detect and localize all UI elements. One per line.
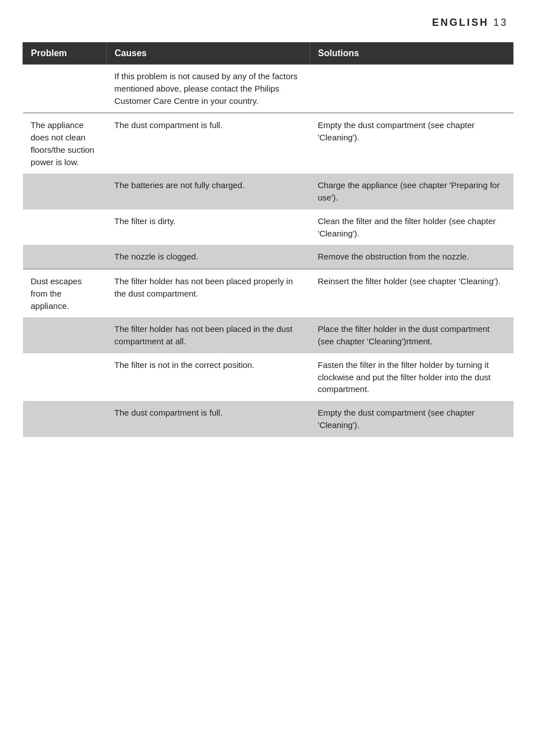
cell-causes: The filter holder has not been placed in… (107, 317, 310, 353)
cell-causes: If this problem is not caused by any of … (107, 65, 310, 113)
cell-causes: The filter is not in the correct positio… (107, 353, 310, 401)
cell-problem (23, 317, 107, 353)
cell-causes: The batteries are not fully charged. (107, 174, 310, 210)
cell-solutions: Place the filter holder in the dust comp… (310, 317, 514, 353)
table-row: The filter is dirty.Clean the filter and… (23, 210, 514, 245)
table-row: The filter is not in the correct positio… (23, 353, 514, 401)
table-row: The nozzle is clogged.Remove the obstruc… (23, 245, 514, 269)
cell-problem (23, 174, 107, 210)
cell-problem (23, 353, 107, 401)
col-header-problem: Problem (23, 43, 107, 65)
cell-solutions: Clean the filter and the filter holder (… (310, 210, 514, 245)
cell-problem (23, 245, 107, 269)
cell-causes: The nozzle is clogged. (107, 245, 310, 269)
table-row: The appliance does not clean floors/the … (23, 113, 514, 174)
cell-problem: Dust escapes from the appliance. (23, 269, 107, 317)
page-number: 13 (493, 17, 508, 28)
cell-solutions: Charge the appliance (see chapter 'Prepa… (310, 174, 514, 210)
table-row: Dust escapes from the appliance.The filt… (23, 269, 514, 317)
table-row: The dust compartment is full.Empty the d… (23, 401, 514, 437)
cell-problem (23, 401, 107, 437)
cell-causes: The filter is dirty. (107, 210, 310, 245)
table-row: If this problem is not caused by any of … (23, 65, 514, 113)
cell-solutions: Reinsert the filter holder (see chapter … (310, 269, 514, 317)
cell-problem (23, 210, 107, 245)
cell-problem (23, 65, 107, 113)
cell-causes: The dust compartment is full. (107, 401, 310, 437)
col-header-solutions: Solutions (310, 43, 514, 65)
language-label: ENGLISH (432, 17, 489, 28)
cell-solutions: Remove the obstruction from the nozzle. (310, 245, 514, 269)
cell-problem: The appliance does not clean floors/the … (23, 113, 107, 174)
page-header: ENGLISH13 (22, 17, 514, 29)
cell-solutions: Empty the dust compartment (see chapter … (310, 113, 514, 174)
table-row: The batteries are not fully charged.Char… (23, 174, 514, 210)
table-header-row: Problem Causes Solutions (23, 43, 514, 65)
cell-causes: The filter holder has not been placed pr… (107, 269, 310, 317)
col-header-causes: Causes (107, 43, 310, 65)
cell-solutions: Empty the dust compartment (see chapter … (310, 401, 514, 437)
cell-solutions: Fasten the filter in the filter holder b… (310, 353, 514, 401)
troubleshooting-table: Problem Causes Solutions If this problem… (22, 42, 514, 437)
cell-solutions (310, 65, 514, 113)
cell-causes: The dust compartment is full. (107, 113, 310, 174)
table-row: The filter holder has not been placed in… (23, 317, 514, 353)
